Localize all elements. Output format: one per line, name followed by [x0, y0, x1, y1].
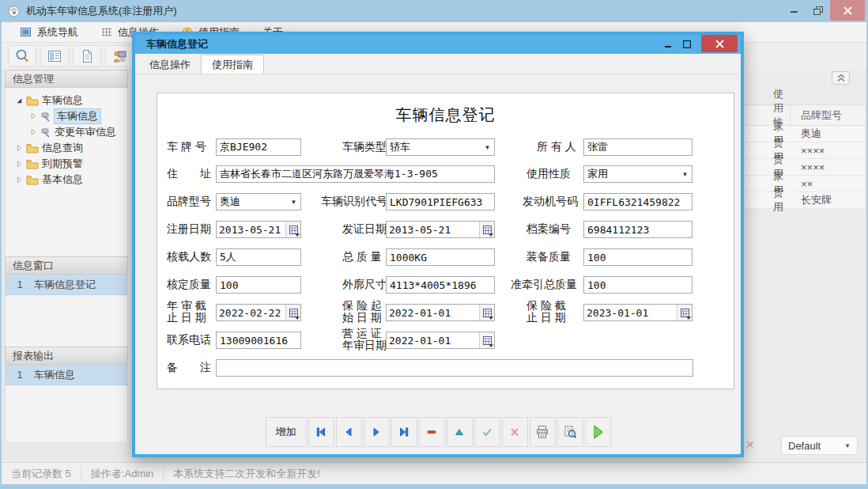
prior-record-button[interactable]	[336, 417, 362, 447]
phone-input[interactable]	[216, 332, 301, 349]
brand-label: 品牌型号	[167, 195, 211, 207]
tow-mass-label: 准牵引总质量	[511, 279, 577, 290]
list-label[interactable]: 车辆信息登记	[34, 278, 96, 292]
dimensions-input[interactable]	[386, 276, 495, 294]
register-date-input[interactable]	[217, 222, 285, 237]
tree-item-vehicle-info[interactable]: 车辆信息	[6, 108, 127, 124]
gross-mass-input[interactable]	[386, 248, 495, 266]
calendar-picker-icon[interactable]	[479, 222, 494, 237]
expander-collapsed-icon[interactable]	[15, 176, 23, 184]
minimize-button[interactable]	[783, 0, 806, 21]
operation-cert-input[interactable]	[387, 332, 479, 348]
insurance-end-input[interactable]	[584, 305, 677, 320]
preview-button[interactable]	[557, 417, 583, 447]
dialog-tabstrip: 信息操作 使用指南	[135, 54, 741, 74]
cancel-record-button[interactable]	[502, 417, 528, 447]
tree-item-expiry-warning[interactable]: 到期预警	[6, 156, 127, 172]
calendar-picker-icon[interactable]	[285, 305, 300, 320]
issue-date-field[interactable]	[386, 221, 495, 238]
expander-collapsed-icon[interactable]	[29, 128, 37, 136]
insurance-end-date-field[interactable]	[583, 304, 693, 321]
print-button[interactable]	[530, 417, 556, 447]
owner-input[interactable]	[583, 138, 693, 156]
engine-input[interactable]	[583, 193, 693, 210]
tree-item-vehicle-info-folder[interactable]: 车辆信息	[6, 93, 127, 108]
add-button[interactable]: 增加	[266, 417, 307, 447]
run-button[interactable]	[585, 417, 611, 447]
tree-label[interactable]: 基本信息	[42, 172, 83, 187]
vehicle-type-select[interactable]: 轿车▼	[386, 138, 495, 156]
engine-label: 发动机号码	[523, 195, 578, 207]
calendar-picker-icon[interactable]	[479, 305, 494, 320]
annual-due-input[interactable]	[217, 305, 285, 320]
minimize-icon	[791, 6, 798, 14]
tree-label[interactable]: 到期预警	[42, 157, 83, 171]
report-item[interactable]: 1 车辆信息	[6, 365, 127, 385]
info-window-item[interactable]: 1 车辆信息登记	[6, 275, 127, 295]
tree-label[interactable]: 车辆信息	[42, 93, 83, 108]
address-input[interactable]	[216, 165, 495, 183]
first-record-button[interactable]	[308, 417, 334, 447]
tree-label[interactable]: 变更年审信息	[55, 125, 116, 139]
calendar-picker-icon[interactable]	[285, 222, 300, 237]
skin-select[interactable]: Default ▼	[781, 436, 858, 455]
tow-mass-input[interactable]	[583, 276, 693, 294]
tool-icon	[40, 112, 51, 122]
document-tool-button[interactable]	[73, 45, 101, 67]
next-record-button[interactable]	[364, 417, 390, 447]
equip-mass-input[interactable]	[583, 248, 693, 266]
collapse-panel-button[interactable]	[832, 71, 850, 85]
menu-item-system-nav[interactable]: 系统导航	[9, 24, 90, 41]
restore-icon	[813, 6, 823, 15]
edit-record-button[interactable]	[447, 417, 473, 447]
tree-item-basic-info[interactable]: 基本信息	[6, 172, 127, 188]
expander-collapsed-icon[interactable]	[15, 160, 23, 168]
grid-row[interactable]: 货用长安牌	[744, 192, 865, 209]
insurance-end-label: 保 险 截 止 日 期	[526, 300, 566, 324]
expander-collapsed-icon[interactable]	[15, 144, 23, 152]
search-tool-button[interactable]	[8, 45, 36, 67]
insurance-start-date-field[interactable]	[386, 304, 495, 321]
close-button[interactable]	[830, 0, 865, 21]
tree-label-selected[interactable]: 车辆信息	[55, 109, 100, 123]
chevron-down-icon: ▼	[678, 171, 692, 178]
expander-collapsed-icon[interactable]	[29, 112, 37, 120]
grid-cell: 货用	[744, 186, 790, 214]
check-icon	[481, 426, 493, 438]
tab-guide[interactable]: 使用指南	[201, 55, 264, 74]
remark-input[interactable]	[216, 359, 693, 377]
insurance-start-input[interactable]	[387, 305, 479, 320]
chevron-down-icon: ▼	[481, 144, 494, 151]
list-tool-button[interactable]	[40, 45, 69, 67]
post-record-button[interactable]	[474, 417, 500, 447]
tab-info-operation[interactable]: 信息操作	[139, 55, 201, 74]
usage-select[interactable]: 家用▼	[583, 165, 693, 183]
calendar-picker-icon[interactable]	[479, 332, 494, 348]
annual-due-date-field[interactable]	[216, 304, 301, 321]
brand-select[interactable]: 奥迪▼	[216, 193, 301, 210]
calendar-picker-icon[interactable]	[677, 305, 692, 320]
section-title: 信息管理	[13, 72, 54, 86]
restore-button[interactable]	[806, 0, 830, 21]
list-label[interactable]: 车辆信息	[34, 368, 75, 382]
expander-expanded-icon[interactable]	[15, 97, 23, 104]
dialog-minimize-button[interactable]	[659, 36, 677, 53]
dialog-close-button[interactable]	[701, 35, 738, 52]
tree-label[interactable]: 信息查询	[42, 141, 83, 155]
register-date-field[interactable]	[216, 221, 301, 238]
issue-date-input[interactable]	[387, 222, 479, 237]
dialog-maximize-button[interactable]	[677, 36, 696, 53]
delete-record-button[interactable]	[419, 417, 445, 447]
plate-input[interactable]	[216, 138, 301, 156]
operation-cert-date-field[interactable]	[386, 332, 495, 349]
vin-input[interactable]	[386, 193, 495, 210]
grid-header-brand[interactable]: 品牌型号	[790, 105, 842, 125]
file-number-input[interactable]	[583, 221, 693, 238]
seat-count-input[interactable]	[216, 248, 301, 266]
background-cancel-icon[interactable]: ✕	[745, 438, 755, 451]
last-record-button[interactable]	[391, 417, 417, 447]
tree-item-change-annual-info[interactable]: 变更年审信息	[6, 124, 127, 140]
user-report-tool-button[interactable]	[105, 45, 134, 67]
tree-item-info-query[interactable]: 信息查询	[6, 140, 127, 156]
approved-mass-input[interactable]	[216, 276, 301, 294]
